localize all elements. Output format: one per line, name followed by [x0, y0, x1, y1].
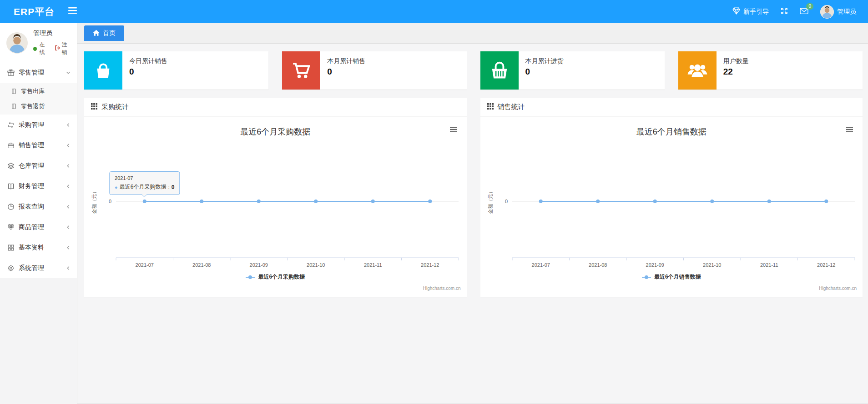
svg-text:2021-07: 2021-07	[531, 262, 550, 268]
pie-chart-icon	[7, 203, 15, 210]
chevron-left-icon	[66, 245, 71, 250]
fullscreen-button[interactable]	[781, 7, 788, 16]
chart-plot: 0金额（元）2021-072021-082021-092021-102021-1…	[480, 117, 863, 297]
legend-item[interactable]: 最近6个月采购数据	[84, 273, 467, 281]
users-icon	[678, 51, 717, 90]
erp-app: ERP平台 新手引导 0	[0, 0, 868, 404]
sidebar-item-retail-return[interactable]: 零售退货	[0, 99, 77, 114]
sidebar-item-retail[interactable]: 零售管理	[0, 62, 77, 83]
chart-title: 最近6个月销售数据	[480, 126, 863, 137]
highcharts-credits-link[interactable]: Highcharts.com.cn	[819, 286, 857, 291]
chevron-left-icon	[66, 143, 71, 148]
logout-button[interactable]: 注销	[55, 41, 71, 56]
stat-cards-row: 今日累计销售 0 本月累计销售 0	[84, 51, 863, 90]
avatar	[820, 5, 834, 19]
online-status-icon	[33, 47, 37, 51]
shopping-cart-icon	[282, 51, 320, 90]
stat-card-value: 0	[327, 67, 365, 77]
svg-text:2021-11: 2021-11	[364, 262, 382, 268]
sidebar-item-warehouse[interactable]: 仓库管理	[0, 155, 77, 176]
home-icon	[93, 30, 100, 37]
guide-button[interactable]: 新手引导	[732, 7, 769, 16]
sidebar-item-reports[interactable]: 报表查询	[0, 196, 77, 217]
chart-plot: 0金额（元）2021-072021-082021-092021-102021-1…	[84, 117, 467, 297]
sidebar-item-label: 零售管理	[19, 69, 62, 77]
sidebar-item-basic-data[interactable]: 基本资料	[0, 237, 77, 258]
gear-icon	[7, 264, 15, 272]
brand-logo: ERP平台	[0, 5, 55, 18]
sidebar-toggle-button[interactable]	[68, 7, 77, 16]
sidebar-item-system[interactable]: 系统管理	[0, 258, 77, 278]
logout-label: 注销	[62, 41, 71, 56]
messages-button[interactable]: 0	[800, 7, 808, 16]
gift-icon	[7, 69, 15, 76]
svg-text:金额（元）: 金额（元）	[488, 189, 493, 214]
stat-card-value: 22	[723, 67, 749, 77]
legend-label: 最近6个月销售数据	[654, 273, 701, 281]
stat-card-month-sales: 本月累计销售 0	[282, 51, 466, 90]
sidebar-username: 管理员	[33, 29, 71, 37]
stat-card-label: 本月累计销售	[327, 57, 365, 65]
username-label: 管理员	[837, 8, 856, 16]
chart-context-button[interactable]	[448, 124, 459, 135]
chevron-down-icon	[66, 70, 71, 75]
sidebar-item-retail-outbound[interactable]: 零售出库	[0, 84, 77, 99]
panel-title: 采购统计	[101, 103, 129, 111]
chevron-left-icon	[66, 204, 71, 209]
chart-context-button[interactable]	[843, 124, 855, 135]
chevron-left-icon	[66, 266, 71, 270]
sidebar-item-label: 系统管理	[19, 264, 62, 272]
user-menu[interactable]: 管理员	[820, 5, 856, 19]
tab-home-label: 首页	[103, 29, 116, 37]
legend-item[interactable]: 最近6个月销售数据	[480, 273, 863, 281]
sidebar-item-label: 财务管理	[19, 182, 62, 190]
chevron-left-icon	[66, 123, 71, 127]
sales-stats-panel: 销售统计 0金额（元）2021-072021-082021-092021-102…	[480, 98, 863, 297]
tab-home[interactable]: 首页	[84, 25, 124, 41]
svg-text:金额（元）: 金额（元）	[91, 189, 97, 214]
legend-label: 最近6个月采购数据	[258, 273, 305, 281]
sidebar-item-label: 销售管理	[19, 141, 62, 150]
app-header: ERP平台 新手引导 0	[0, 0, 868, 23]
sidebar-submenu-retail: 零售出库 零售退货	[0, 83, 77, 115]
stat-card-label: 用户数量	[723, 57, 749, 65]
chevron-left-icon	[66, 184, 71, 189]
avatar	[6, 32, 28, 54]
sidebar-item-finance[interactable]: 财务管理	[0, 176, 77, 196]
shopping-bag-icon	[84, 51, 122, 90]
chart-title: 最近6个月采购数据	[84, 126, 467, 137]
stat-card-user-count: 用户数量 22	[678, 51, 863, 90]
panel-header: 采购统计	[84, 98, 467, 117]
journal-icon	[10, 103, 17, 110]
tooltip-value: 0	[172, 184, 175, 190]
stat-card-label: 今日累计销售	[129, 57, 167, 65]
purchase-stats-panel: 采购统计 0金额（元）2021-072021-082021-092021-102…	[84, 98, 467, 297]
panel-title: 销售统计	[498, 103, 525, 111]
th-grid-icon	[487, 103, 494, 111]
purchase-chart: 0金额（元）2021-072021-082021-092021-102021-1…	[84, 117, 467, 297]
sidebar-item-goods[interactable]: 商品管理	[0, 217, 77, 237]
tooltip-date: 2021-07	[115, 175, 174, 181]
stat-card-value: 0	[525, 67, 564, 77]
sidebar-menu: 零售管理 零售出库 零售退货	[0, 62, 77, 278]
panel-header: 销售统计	[480, 98, 863, 117]
tab-bar: 首页	[77, 23, 868, 44]
sidebar-item-label: 报表查询	[19, 203, 62, 211]
th-grid-icon	[91, 103, 97, 111]
highcharts-credits-link[interactable]: Highcharts.com.cn	[423, 286, 461, 291]
sidebar-user-panel: 管理员 在线 注销	[0, 23, 77, 62]
sidebar-item-purchase[interactable]: 采购管理	[0, 115, 77, 135]
sidebar-item-sales[interactable]: 销售管理	[0, 135, 77, 155]
chevron-left-icon	[66, 164, 71, 168]
sidebar-background	[0, 278, 77, 404]
mail-badge: 0	[806, 3, 813, 10]
header-nav: 新手引导 0 管理员	[732, 5, 868, 19]
fullscreen-icon	[781, 7, 788, 16]
sign-out-icon	[55, 45, 61, 52]
svg-text:2021-10: 2021-10	[307, 262, 325, 268]
main-area: 首页 今日累计销售 0	[77, 23, 868, 404]
journal-icon	[10, 88, 17, 95]
charts-row: 采购统计 0金额（元）2021-072021-082021-092021-102…	[84, 98, 863, 297]
svg-text:2021-10: 2021-10	[703, 262, 721, 268]
svg-text:2021-08: 2021-08	[192, 262, 211, 268]
